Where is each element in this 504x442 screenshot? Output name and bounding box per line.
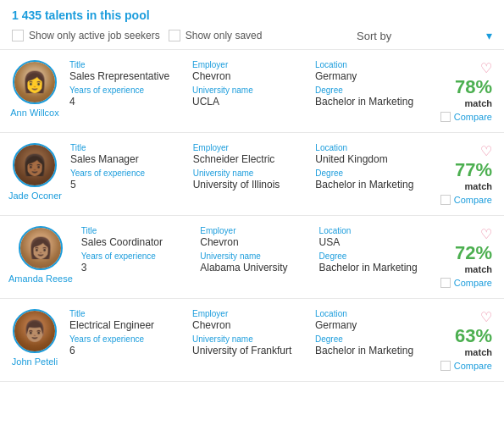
university-field: University name University of Frankfurt [192,334,303,356]
uni-label: University name [192,86,303,95]
location-field: Location United Kingdom [315,143,426,165]
talent-name[interactable]: John Peteli [12,356,58,367]
employer-value: Chevron [200,236,307,248]
location-field: Location USA [319,226,426,248]
talent-info: Title Sales Rrepresentative Employer Che… [69,60,426,108]
degree-field: Degree Bachelor in Marketing [315,334,426,356]
avatar-image: 👩🏽 [20,228,61,268]
exp-value: 5 [70,179,181,191]
avatar-section: 👩 Ann Willcox [8,60,61,118]
degree-value: Bachelor in Marketing [315,96,426,108]
talent-count: 1 435 [12,8,42,22]
compare-row[interactable]: Compare [440,195,492,205]
exp-value: 4 [69,96,180,108]
talent-card: 👨🏽 John Peteli Title Electrical Engineer… [0,299,504,382]
favorite-icon[interactable]: ♡ [480,226,492,242]
compare-checkbox[interactable] [440,361,451,371]
uni-label: University name [193,169,304,178]
favorite-icon[interactable]: ♡ [480,143,492,159]
title-field: Title Sales Manager [70,143,181,165]
avatar-section: 👨🏽 John Peteli [8,309,61,367]
exp-value: 3 [81,262,188,273]
avatar: 👩🏽 [19,226,63,270]
pool-label: talents in this pool [45,8,150,22]
match-section: ♡ 78% match Compare [435,60,492,122]
exp-value: 6 [69,345,180,356]
location-label: Location [315,143,426,152]
active-seekers-checkbox[interactable] [12,30,24,41]
exp-label: Years of experience [81,251,188,261]
saved-label: Show only saved [186,30,263,41]
location-label: Location [315,60,426,69]
compare-checkbox[interactable] [440,278,451,288]
exp-label: Years of experience [70,169,181,178]
exp-field: Years of experience 4 [69,86,180,108]
sort-by-dropdown[interactable]: Sort by ▾ [357,29,492,42]
talent-name[interactable]: Amanda Reese [8,273,73,284]
avatar: 👨🏽 [13,309,57,353]
title-value: Sales Coordinator [81,236,188,248]
avatar-image: 👩🏾 [14,145,55,185]
saved-checkbox[interactable] [169,30,180,41]
title-field: Title Sales Coordinator [81,226,188,248]
uni-label: University name [192,334,303,344]
employer-label: Employer [193,143,304,152]
compare-checkbox[interactable] [440,112,451,122]
match-label: match [465,264,492,274]
degree-field: Degree Bachelor in Marketing [315,169,426,191]
talent-card: 👩🏽 Amanda Reese Title Sales Coordinator … [0,216,504,299]
match-section: ♡ 72% match Compare [435,226,492,288]
exp-field: Years of experience 6 [69,334,180,356]
employer-field: Employer Chevron [192,60,303,82]
location-value: Germany [315,319,426,331]
avatar-section: 👩🏾 Jade Oconer [8,143,62,201]
compare-row[interactable]: Compare [440,112,492,122]
talent-info: Title Electrical Engineer Employer Chevr… [69,309,426,356]
compare-label: Compare [454,112,492,122]
header: 1 435 talents in this pool Show only act… [0,0,504,50]
avatar: 👩 [13,60,57,104]
uni-value: University of Illinois [193,179,304,191]
employer-label: Employer [200,226,307,235]
employer-label: Employer [192,60,303,69]
location-field: Location Germany [315,309,426,331]
employer-field: Employer Chevron [200,226,307,248]
title-field: Title Electrical Engineer [69,309,180,331]
avatar: 👩🏾 [13,143,57,187]
talent-info: Title Sales Coordinator Employer Chevron… [81,226,426,273]
location-value: Germany [315,70,426,82]
employer-field: Employer Schneider Electric [193,143,304,165]
compare-label: Compare [454,278,492,288]
compare-row[interactable]: Compare [440,278,492,288]
favorite-icon[interactable]: ♡ [480,60,492,76]
favorite-icon[interactable]: ♡ [480,309,492,325]
avatar-section: 👩🏽 Amanda Reese [8,226,73,284]
degree-value: Bachelor in Marketing [319,262,426,273]
uni-label: University name [200,251,307,261]
uni-value: UCLA [192,96,303,108]
match-section: ♡ 63% match Compare [435,309,492,371]
title-label: Title [69,60,180,69]
active-seekers-filter[interactable]: Show only active job seekers [12,30,160,41]
compare-label: Compare [454,195,492,205]
talent-name[interactable]: Ann Willcox [10,108,58,118]
university-field: University name UCLA [192,86,303,108]
exp-label: Years of experience [69,86,180,95]
employer-label: Employer [192,309,303,318]
exp-field: Years of experience 5 [70,169,181,191]
compare-row[interactable]: Compare [440,361,492,371]
title-value: Sales Rrepresentative [69,70,180,82]
match-percent: 78% [455,78,492,97]
match-percent: 77% [455,161,492,180]
saved-filter[interactable]: Show only saved [169,30,263,41]
degree-label: Degree [319,251,426,261]
exp-label: Years of experience [69,334,180,344]
degree-value: Bachelor in Marketing [315,179,426,191]
talent-name[interactable]: Jade Oconer [8,191,62,201]
university-field: University name Alabama University [200,251,307,273]
talent-info: Title Sales Manager Employer Schneider E… [70,143,426,191]
location-label: Location [319,226,426,235]
title-label: Title [70,143,181,152]
avatar-image: 👨🏽 [14,311,55,351]
compare-checkbox[interactable] [440,195,451,205]
